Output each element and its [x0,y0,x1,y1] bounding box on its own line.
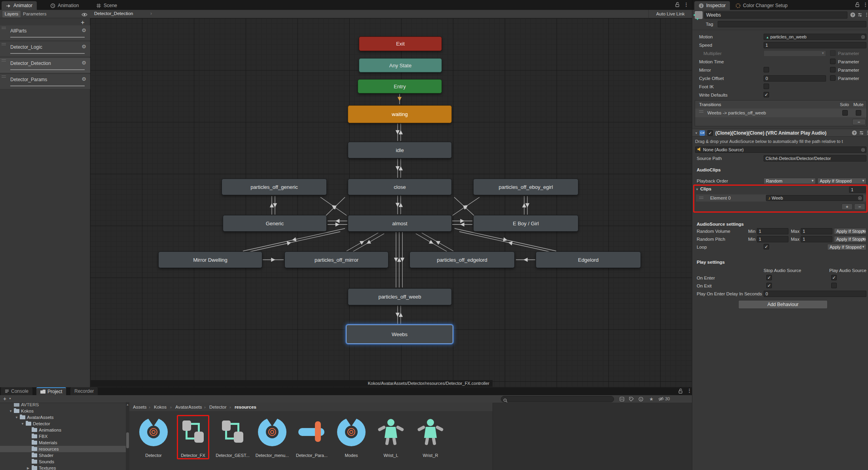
object-picker-icon[interactable] [861,35,865,39]
motion-time-parameter-checkbox[interactable] [830,59,836,64]
foldout-closed-icon[interactable]: ▶ [27,465,29,470]
tree-row-avatarassets[interactable]: ▼AvatarAssets [0,414,126,421]
breadcrumb[interactable]: Detector_Detection [94,11,133,16]
write-defaults-checkbox[interactable]: ✓ [764,92,769,97]
tree-row-avters[interactable]: AVTERS [0,403,126,408]
transition-edge[interactable] [243,228,345,251]
transition-edge[interactable] [453,197,479,215]
foot-ik-checkbox[interactable] [764,84,769,89]
object-picker-icon[interactable] [858,196,862,200]
help-icon[interactable]: ? [852,130,857,136]
random-pitch-min-field[interactable]: 1 [757,236,788,242]
object-picker-icon[interactable] [861,148,865,152]
graph-node-generic[interactable]: Generic [223,215,327,232]
graph-node-weebs[interactable]: Weebs [346,325,453,344]
breadcrumb-resources[interactable]: resources [235,404,256,410]
cycle-offset-parameter-checkbox[interactable] [830,75,836,81]
kebab-menu-icon[interactable]: ⋮ [863,2,868,8]
graph-node-entry[interactable]: Entry [358,79,442,93]
kebab-menu-icon[interactable]: ⋮ [865,130,868,135]
playback-order-dropdown[interactable]: Random▼ [764,178,816,184]
multiplier-parameter-checkbox[interactable] [830,50,836,56]
info-filter-icon[interactable] [639,397,643,402]
drag-handle-icon[interactable] [699,110,703,112]
foldout-open-icon[interactable]: ▼ [15,415,18,421]
motion-field[interactable]: ▲particles_on_weeb [764,34,866,40]
element0-field[interactable]: ♪Weeb [766,195,863,201]
auto-live-link-button[interactable]: Auto Live Link [648,10,692,18]
tree-scrollbar[interactable]: ▲ [126,402,129,470]
graph-node-exit[interactable]: Exit [359,36,442,51]
kebab-menu-icon[interactable]: ⋮ [864,12,868,17]
drag-handle-icon[interactable] [2,59,6,61]
transition-edge[interactable] [325,197,345,216]
breadcrumb-assets[interactable]: Assets [133,404,147,410]
unlock-icon[interactable] [675,2,680,8]
random-pitch-apply-dropdown[interactable]: Apply If Stopped▼ [834,236,866,242]
transition-row[interactable]: Weebs -> particles_off_weeb [695,108,866,117]
state-name-field[interactable]: Weebs [704,11,847,19]
tree-row-materials[interactable]: Materials [0,440,126,446]
transition-edge[interactable] [459,232,561,254]
tree-row-textures[interactable]: ▶Textures [0,465,126,470]
mirror-parameter-checkbox[interactable] [830,67,836,72]
tree-row-resources[interactable]: resources [0,446,126,452]
foldout-open-icon[interactable]: ▼ [9,408,12,415]
tab-recorder[interactable]: Recorder [70,387,98,395]
transition-edge[interactable] [455,228,556,251]
layer-item-AllParts[interactable]: AllParts⚙ [0,25,90,41]
multiplier-dropdown[interactable]: ▼ [764,50,826,57]
search-by-type-icon[interactable] [620,397,624,402]
component-enabled-checkbox[interactable]: ✓ [707,130,713,136]
kebab-menu-icon[interactable]: ⋮ [687,388,692,394]
graph-node-particles-off-weeb[interactable]: particles_off_weeb [348,288,452,305]
transition-edge[interactable] [238,232,340,254]
graph-node-particles-off-generic[interactable]: particles_off_generic [222,179,327,195]
drag-handle-icon[interactable] [2,76,6,78]
tree-row-kokos[interactable]: ▼Kokos [0,408,126,414]
presets-icon[interactable] [859,130,864,136]
graph-node-mirror-dwelling[interactable]: Mirror Dwelling [158,251,262,268]
tree-row-fbx[interactable]: FBX [0,433,126,440]
component-header[interactable]: ▼ C# ✓ (Clone)(Clone)(Clone) (VRC Animat… [692,129,868,137]
scroll-up-icon[interactable]: ▲ [126,403,129,406]
graph-node-particles-off-edgelord[interactable]: particles_off_edgelord [409,251,515,268]
kebab-menu-icon[interactable]: ⋮ [684,2,689,8]
add-clip-button[interactable]: + [841,204,853,210]
save-search-star-icon[interactable]: ★ [649,396,654,402]
tab-animator[interactable]: Animator [2,1,37,10]
tab-inspector[interactable]: i Inspector [694,1,730,10]
tab-console[interactable]: Console [1,387,32,395]
breadcrumb-avatarassets[interactable]: AvatarAssets [175,404,202,410]
layer-weight-slider[interactable] [10,86,85,86]
graph-node-almost[interactable]: almost [348,215,452,232]
tree-row-animations[interactable]: Animations [0,427,126,433]
presets-icon[interactable] [857,12,862,18]
speed-field[interactable]: 1 [764,42,866,48]
loop-apply-dropdown[interactable]: Apply If Stopped▼ [827,244,866,250]
graph-node-close[interactable]: close [348,179,452,195]
clips-size-field[interactable]: 1 [849,186,866,193]
tab-color-changer-setup[interactable]: Color Changer Setup [731,1,792,10]
hidden-items-eye-icon[interactable] [658,397,664,402]
mute-checkbox[interactable] [856,110,861,116]
delay-field[interactable]: 0 [764,291,866,297]
transition-edge[interactable] [416,234,447,252]
graph-node-particles-off-mirror[interactable]: particles_off_mirror [284,251,389,268]
tree-row-shader[interactable]: Shader [0,452,126,459]
on-enter-stop-checkbox[interactable]: ✓ [766,275,772,280]
eye-icon[interactable] [81,11,87,19]
unlock-icon[interactable] [678,388,683,395]
source-path-field[interactable]: Cliché-Detector/Detector/Detector [764,155,866,162]
loop-checkbox[interactable]: ✓ [764,244,769,249]
random-volume-max-field[interactable]: 1 [801,228,832,234]
drag-handle-icon[interactable] [2,27,6,29]
solo-checkbox[interactable] [842,110,848,116]
tab-animation[interactable]: Animation [46,1,83,10]
unlock-icon[interactable] [855,2,860,8]
on-enter-play-checkbox[interactable]: ✓ [831,275,837,280]
graph-node-idle[interactable]: idle [348,142,452,158]
remove-transition-button[interactable]: − [852,119,866,125]
drag-handle-icon[interactable] [699,197,703,199]
graph-node-particles-off-eboy-egirl[interactable]: particles_off_eboy_egirl [473,179,578,195]
